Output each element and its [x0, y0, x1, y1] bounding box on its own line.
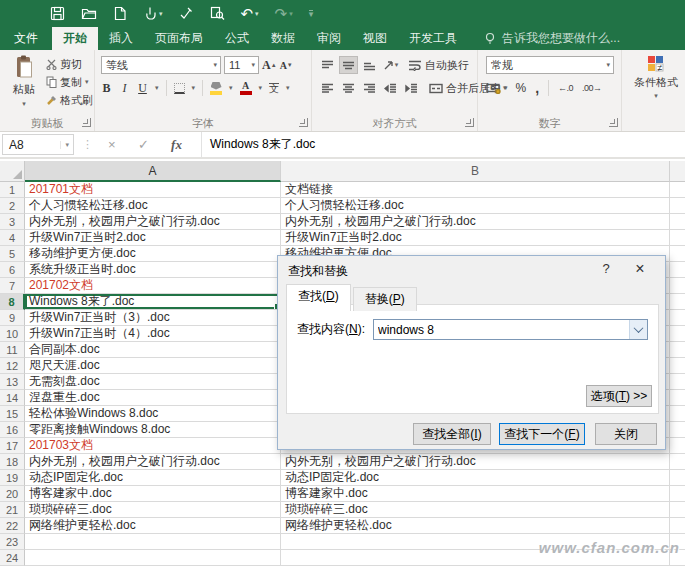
cell-A1[interactable]: 201701文档	[25, 182, 281, 198]
tab-view[interactable]: 视图	[352, 27, 398, 50]
dialog-close-button[interactable]: ×	[627, 259, 653, 279]
row-header-23[interactable]: 23	[0, 534, 25, 550]
row-header-21[interactable]: 21	[0, 502, 25, 518]
row-header-9[interactable]: 9	[0, 310, 25, 326]
cell-B1[interactable]: 文档链接	[281, 182, 670, 198]
cell-A12[interactable]: 咫尺天涯.doc	[25, 358, 281, 374]
tab-home[interactable]: 开始	[52, 27, 98, 50]
row-header-4[interactable]: 4	[0, 230, 25, 246]
spelling-check-button[interactable]	[179, 6, 194, 21]
cell-C3[interactable]	[670, 214, 685, 230]
cell-C20[interactable]	[670, 486, 685, 502]
find-all-button[interactable]: 查找全部(I)	[413, 423, 491, 445]
phonetic-dropdown[interactable]: ▾	[286, 84, 290, 92]
cell-A15[interactable]: 轻松体验Windows 8.doc	[25, 406, 281, 422]
open-button[interactable]	[81, 6, 97, 21]
enter-button[interactable]: ✓	[138, 137, 149, 152]
insert-function-button[interactable]: fx	[171, 137, 182, 153]
row-header-7[interactable]: 7	[0, 278, 25, 294]
undo-button[interactable]: ↶▾	[241, 6, 259, 21]
cell-A16[interactable]: 零距离接触Windows 8.doc	[25, 422, 281, 438]
row-header-16[interactable]: 16	[0, 422, 25, 438]
font-name-dropdown[interactable]: ▾	[210, 61, 220, 69]
fill-color-dropdown[interactable]: ▾	[229, 84, 233, 92]
cell-B21[interactable]: 琐琐碎碎三.doc	[281, 502, 670, 518]
cell-A5[interactable]: 移动维护更方便.doc	[25, 246, 281, 262]
cell-A4[interactable]: 升级Win7正当时2.doc	[25, 230, 281, 246]
cell-C15[interactable]	[670, 406, 685, 422]
row-header-6[interactable]: 6	[0, 262, 25, 278]
cell-C16[interactable]	[670, 422, 685, 438]
underline-dropdown[interactable]: ▾	[155, 84, 159, 92]
cell-C13[interactable]	[670, 374, 685, 390]
name-box-dropdown[interactable]: ▾	[60, 141, 73, 149]
cell-C17[interactable]	[670, 438, 685, 454]
align-left-button[interactable]	[318, 79, 337, 97]
find-what-input[interactable]	[374, 320, 629, 339]
cell-B18[interactable]: 内外无别，校园用户之破门行动.doc	[281, 454, 670, 470]
new-document-button[interactable]	[113, 6, 127, 21]
cell-C10[interactable]	[670, 326, 685, 342]
cell-A3[interactable]: 内外无别，校园用户之破门行动.doc	[25, 214, 281, 230]
paste-button[interactable]: 粘贴 ▾	[5, 55, 43, 115]
column-header-A[interactable]: A	[25, 161, 281, 182]
conditional-formatting-button[interactable]: ≠ 条件格式 ▾	[630, 55, 682, 100]
redo-button[interactable]: ↷▾	[275, 6, 293, 21]
font-name-combo[interactable]: 等线▾	[101, 56, 221, 74]
tell-me-box[interactable]: 告诉我您想要做什么...	[468, 27, 620, 50]
cell-A8[interactable]: Windows 8来了.doc	[25, 294, 281, 310]
row-header-19[interactable]: 19	[0, 470, 25, 486]
cell-A24[interactable]	[25, 550, 281, 566]
comma-style-button[interactable]: ,	[535, 80, 539, 96]
font-color-button[interactable]: A	[240, 81, 252, 95]
cell-B3[interactable]: 内外无别，校园用户之破门行动.doc	[281, 214, 670, 230]
cell-B2[interactable]: 个人习惯轻松迁移.doc	[281, 198, 670, 214]
accounting-format-button[interactable]: ▾	[486, 83, 507, 94]
number-format-dropdown[interactable]: ▾	[603, 61, 613, 69]
column-header-B[interactable]: B	[281, 161, 670, 182]
cell-C12[interactable]	[670, 358, 685, 374]
cancel-button[interactable]: ×	[108, 137, 116, 152]
cell-C14[interactable]	[670, 390, 685, 406]
cell-A7[interactable]: 201702文档	[25, 278, 281, 294]
cell-C19[interactable]	[670, 470, 685, 486]
row-header-14[interactable]: 14	[0, 390, 25, 406]
orientation-button[interactable]: ▾	[381, 56, 400, 74]
cell-B4[interactable]: 升级Win7正当时2.doc	[281, 230, 670, 246]
row-header-15[interactable]: 15	[0, 406, 25, 422]
borders-icon[interactable]	[174, 83, 185, 94]
cell-C18[interactable]	[670, 454, 685, 470]
cell-C2[interactable]	[670, 198, 685, 214]
tab-data[interactable]: 数据	[260, 27, 306, 50]
number-format-combo[interactable]: 常规▾	[486, 56, 614, 74]
row-header-5[interactable]: 5	[0, 246, 25, 262]
cell-A11[interactable]: 合同副本.doc	[25, 342, 281, 358]
wrap-text-button[interactable]: 自动换行	[408, 58, 469, 73]
print-preview-button[interactable]	[210, 6, 225, 21]
bold-button[interactable]: B	[101, 81, 112, 96]
cell-B20[interactable]: 博客建家中.doc	[281, 486, 670, 502]
help-button[interactable]: ?	[595, 261, 617, 276]
row-header-12[interactable]: 12	[0, 358, 25, 374]
cell-A17[interactable]: 201703文档	[25, 438, 281, 454]
cell-A20[interactable]: 博客建家中.doc	[25, 486, 281, 502]
cell-A6[interactable]: 系统升级正当时.doc	[25, 262, 281, 278]
options-button[interactable]: 选项(T) >>	[586, 385, 652, 407]
close-button[interactable]: 关闭	[595, 423, 657, 445]
row-header-11[interactable]: 11	[0, 342, 25, 358]
font-color-dropdown[interactable]: ▾	[259, 84, 263, 92]
row-header-3[interactable]: 3	[0, 214, 25, 230]
copy-button[interactable]: 复制▾	[46, 73, 93, 91]
tab-insert[interactable]: 插入	[98, 27, 144, 50]
cell-A9[interactable]: 升级Win7正当时（3）.doc	[25, 310, 281, 326]
align-center-button[interactable]	[339, 79, 358, 97]
select-all-corner[interactable]	[0, 161, 25, 182]
increase-font-size-button[interactable]: A▲	[262, 58, 277, 73]
name-box[interactable]: A8▾	[2, 134, 74, 155]
decrease-indent-button[interactable]	[381, 79, 400, 97]
underline-button[interactable]: U	[137, 81, 148, 96]
save-button[interactable]	[50, 6, 65, 21]
align-top-button[interactable]	[318, 56, 337, 74]
cell-C7[interactable]	[670, 278, 685, 294]
touch-mode-button[interactable]: ▾	[143, 6, 163, 21]
